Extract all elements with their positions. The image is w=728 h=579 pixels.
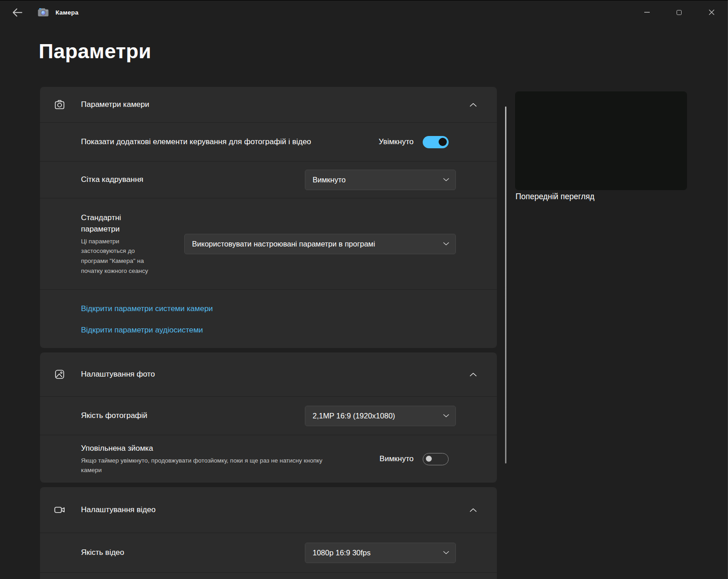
chevron-down-icon <box>439 551 449 554</box>
section-camera-settings: Параметри камери Показати додаткові елем… <box>40 87 497 348</box>
section-photo-header[interactable]: Налаштування фото <box>40 352 497 396</box>
maximize-button[interactable] <box>663 0 695 24</box>
time-lapse-description: Якщо таймер увімкнуто, продовжувати фото… <box>81 456 334 475</box>
framing-grid-dropdown[interactable]: Вимкнуто <box>305 170 456 190</box>
toggle-knob <box>439 138 447 146</box>
camera-app-icon <box>37 7 49 18</box>
extra-controls-toggle-state: Увімкнуто <box>379 137 414 146</box>
time-lapse-toggle[interactable] <box>423 453 449 465</box>
row-extra-controls-text: Показати додаткові елементи керування дл… <box>54 136 311 148</box>
photo-icon <box>54 368 66 380</box>
back-arrow-icon <box>12 8 22 17</box>
vertical-scrollbar[interactable] <box>505 106 506 463</box>
section-video-header[interactable]: Налаштування відео <box>40 487 497 533</box>
settings-list: Параметри камери Показати додаткові елем… <box>40 87 497 579</box>
close-button[interactable] <box>695 0 728 24</box>
chevron-down-icon <box>439 414 449 418</box>
maximize-icon <box>677 10 682 15</box>
camera-preview <box>515 91 687 190</box>
chevron-up-icon[interactable] <box>470 103 477 107</box>
section-camera-header[interactable]: Параметри камери <box>40 87 497 122</box>
row-extra-controls-label: Показати додаткові елементи керування дл… <box>81 136 311 148</box>
photo-quality-value: 2,1MP 16:9 (1920x1080) <box>313 412 395 420</box>
row-clipped <box>40 573 497 579</box>
row-default-settings: Стандартні параметри Ці параметри застос… <box>40 198 497 289</box>
open-audio-system-settings-link[interactable]: Відкрити параметри аудіосистеми <box>81 326 456 335</box>
chevron-down-icon <box>439 242 449 246</box>
page-title: Параметри <box>39 40 152 63</box>
row-links: Відкрити параметри системи камери Відкри… <box>40 290 497 348</box>
section-camera-title: Параметри камери <box>81 100 149 109</box>
row-time-lapse-text: Уповільнена зйомка Якщо таймер увімкнуто… <box>54 443 334 475</box>
row-photo-quality-text: Якість фотографій <box>54 410 147 422</box>
video-camera-icon <box>54 504 66 516</box>
video-quality-value: 1080p 16:9 30fps <box>313 549 371 557</box>
section-video-settings: Налаштування відео Якість відео 1080p 16… <box>40 487 497 579</box>
row-time-lapse: Уповільнена зйомка Якщо таймер увімкнуто… <box>40 435 497 483</box>
titlebar: Камера <box>0 0 728 24</box>
video-quality-label: Якість відео <box>81 547 124 559</box>
chevron-down-icon <box>439 178 449 181</box>
time-lapse-toggle-group: Вимкнуто <box>379 453 456 465</box>
default-settings-label: Стандартні параметри <box>81 212 156 235</box>
row-framing-grid-text: Сітка кадрування <box>54 174 143 186</box>
photo-quality-dropdown[interactable]: 2,1MP 16:9 (1920x1080) <box>305 406 456 426</box>
camera-app-window: Камера Параметри <box>0 0 728 579</box>
time-lapse-label: Уповільнена зйомка <box>81 443 334 454</box>
chevron-up-icon[interactable] <box>470 508 477 512</box>
row-default-settings-text: Стандартні параметри Ці параметри застос… <box>54 212 156 276</box>
row-photo-quality: Якість фотографій 2,1MP 16:9 (1920x1080) <box>40 397 497 435</box>
chevron-up-icon[interactable] <box>470 373 477 377</box>
default-settings-value: Використовувати настроювані параметри в … <box>192 240 375 248</box>
section-photo-title: Налаштування фото <box>81 370 155 379</box>
minimize-button[interactable] <box>631 0 663 24</box>
framing-grid-label: Сітка кадрування <box>81 174 143 186</box>
section-video-title: Налаштування відео <box>81 505 156 514</box>
row-extra-controls: Показати додаткові елементи керування дл… <box>40 123 497 161</box>
default-settings-dropdown[interactable]: Використовувати настроювані параметри в … <box>184 234 456 254</box>
minimize-icon <box>644 12 650 13</box>
window-controls <box>631 0 728 24</box>
open-camera-system-settings-link[interactable]: Відкрити параметри системи камери <box>81 304 456 313</box>
camera-outline-icon <box>54 99 66 111</box>
extra-controls-toggle[interactable] <box>423 136 449 148</box>
back-button[interactable] <box>7 2 27 22</box>
row-framing-grid: Сітка кадрування Вимкнуто <box>40 161 497 198</box>
row-video-quality-text: Якість відео <box>54 547 124 559</box>
video-quality-dropdown[interactable]: 1080p 16:9 30fps <box>305 543 456 563</box>
framing-grid-value: Вимкнуто <box>313 176 346 184</box>
row-video-quality: Якість відео 1080p 16:9 30fps <box>40 533 497 572</box>
time-lapse-toggle-state: Вимкнуто <box>379 454 414 463</box>
section-photo-settings: Налаштування фото Якість фотографій 2,1M… <box>40 352 497 483</box>
toggle-knob <box>426 456 432 462</box>
default-settings-description: Ці параметри застосовуються до програми … <box>81 237 156 276</box>
preview-label: Попередній перегляд <box>516 192 595 201</box>
window-title: Камера <box>56 9 78 16</box>
close-icon <box>709 10 714 15</box>
photo-quality-label: Якість фотографій <box>81 410 147 422</box>
extra-controls-toggle-group: Увімкнуто <box>379 136 456 148</box>
